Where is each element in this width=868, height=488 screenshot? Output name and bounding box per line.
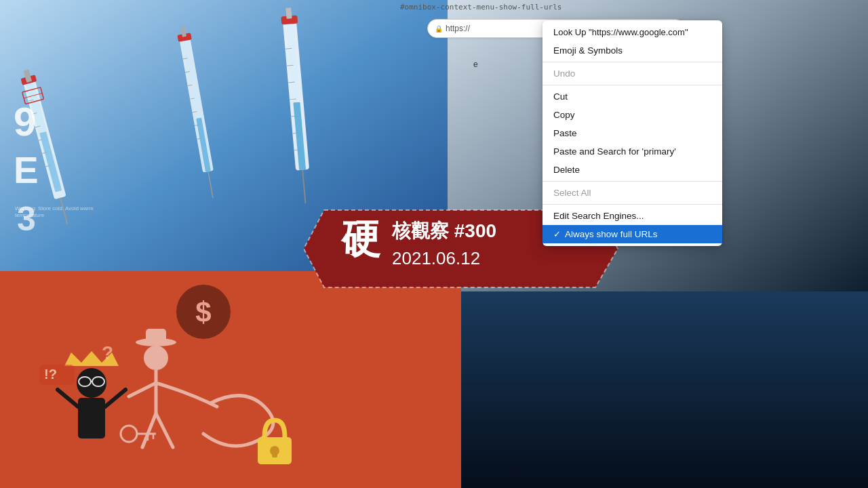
- context-menu-item-edit-search[interactable]: Edit Search Engines...: [542, 207, 722, 225]
- url-lock-icon: 🔒: [435, 25, 443, 33]
- svg-text:temperature: temperature: [15, 212, 45, 218]
- svg-rect-75: [272, 451, 277, 458]
- svg-text:$: $: [195, 296, 211, 328]
- context-menu-item-select-all[interactable]: Select All: [542, 184, 722, 202]
- divider-4: [542, 204, 722, 205]
- always-show-label: Always show full URLs: [565, 229, 658, 239]
- svg-text:9: 9: [14, 99, 36, 144]
- context-menu-item-emoji[interactable]: Emoji & Symbols: [542, 41, 722, 60]
- paste-label: Paste: [553, 128, 577, 138]
- svg-text:!?: !?: [44, 367, 57, 382]
- delete-label: Delete: [553, 165, 580, 175]
- cut-label: Cut: [553, 92, 568, 102]
- copy-label: Copy: [553, 110, 575, 120]
- context-menu-item-cut[interactable]: Cut: [542, 87, 722, 106]
- divider-3: [542, 181, 722, 182]
- svg-text:2021.06.12: 2021.06.12: [392, 248, 480, 268]
- svg-text:硬: 硬: [340, 218, 381, 262]
- context-menu-item-paste[interactable]: Paste: [542, 124, 722, 142]
- svg-text:?: ?: [102, 342, 113, 363]
- context-menu-item-undo[interactable]: Undo: [542, 64, 722, 83]
- url-text: https://: [446, 24, 470, 33]
- svg-text:Warning: Store cold. Avoid war: Warning: Store cold. Avoid warm: [15, 205, 94, 211]
- context-menu: Look Up "https://www.google.com" Emoji &…: [542, 20, 722, 246]
- bottom-right-background: [461, 291, 868, 488]
- svg-rect-29: [285, 7, 292, 19]
- bottom-left-background: $: [0, 271, 461, 488]
- browser-content-letter: e: [473, 60, 478, 69]
- heist-illustration: $: [0, 271, 461, 488]
- select-all-label: Select All: [553, 188, 591, 198]
- svg-point-66: [77, 368, 106, 398]
- divider-2: [542, 85, 722, 85]
- svg-text:E: E: [14, 149, 39, 191]
- context-menu-item-delete[interactable]: Delete: [542, 161, 722, 179]
- paste-search-label: Paste and Search for 'primary': [553, 146, 676, 157]
- context-menu-item-paste-search[interactable]: Paste and Search for 'primary': [542, 142, 722, 161]
- svg-rect-55: [146, 329, 166, 342]
- edit-search-label: Edit Search Engines...: [553, 211, 644, 221]
- svg-point-56: [144, 346, 168, 370]
- svg-rect-79: [461, 291, 868, 488]
- undo-label: Undo: [553, 68, 575, 79]
- divider-1: [542, 62, 722, 62]
- context-menu-item-copy[interactable]: Copy: [542, 106, 722, 124]
- url-hash-text: #omnibox-context-menu-show-full-urls: [400, 3, 561, 12]
- context-menu-item-always-show[interactable]: ✓ Always show full URLs: [542, 225, 722, 243]
- svg-text:核觀察 #300: 核觀察 #300: [391, 220, 496, 241]
- checkmark-icon: ✓: [553, 229, 561, 239]
- lookup-label: Look Up "https://www.google.com": [553, 27, 688, 37]
- svg-rect-70: [78, 398, 105, 439]
- emoji-label: Emoji & Symbols: [553, 45, 623, 56]
- dark-bg-svg: [461, 291, 868, 488]
- context-menu-item-lookup[interactable]: Look Up "https://www.google.com": [542, 23, 722, 41]
